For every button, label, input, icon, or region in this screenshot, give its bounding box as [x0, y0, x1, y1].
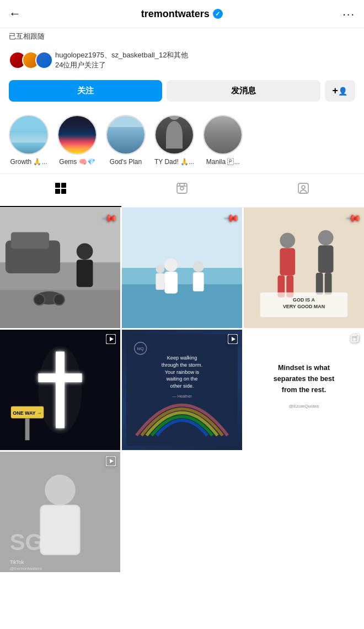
- grid-item-1[interactable]: 📌: [0, 208, 120, 328]
- svg-rect-0: [55, 183, 60, 188]
- svg-rect-32: [280, 249, 295, 276]
- grid-scene-3: GOD IS A VERY GOOD MAN: [244, 208, 364, 328]
- svg-point-69: [45, 475, 75, 505]
- grid-scene-6: Mindset is what separates the best from …: [244, 330, 364, 450]
- header-title-wrap: tremontwaters ✓: [141, 8, 223, 20]
- grid-item-4[interactable]: ONE WAY →: [0, 330, 120, 450]
- grid-item-7[interactable]: SG TikTok @tremontwaters: [0, 452, 120, 572]
- grid-item-3[interactable]: GOD IS A VERY GOOD MAN 📌: [244, 208, 364, 328]
- grid-item-2[interactable]: 📌: [122, 208, 242, 328]
- svg-rect-25: [164, 272, 178, 294]
- grid-scene-5: Keep walking through the storm. Your rai…: [122, 330, 242, 450]
- svg-marker-50: [110, 337, 114, 341]
- svg-text:through the storm.: through the storm.: [162, 362, 202, 368]
- highlight-gods-plan[interactable]: God's Plan: [106, 115, 146, 166]
- highlight-circle-gods-plan: [106, 115, 146, 155]
- svg-rect-23: [122, 284, 242, 328]
- highlight-circle-ty-dad: [154, 115, 194, 155]
- followers-text-line2: 24位用户关注了: [55, 61, 106, 69]
- svg-text:MQ: MQ: [137, 347, 144, 352]
- tab-reels[interactable]: [121, 174, 243, 207]
- svg-text:Keep walking: Keep walking: [167, 355, 197, 361]
- highlight-ty-dad[interactable]: TY Dad! 🙏...: [154, 115, 194, 166]
- svg-point-19: [34, 294, 45, 305]
- svg-marker-76: [110, 459, 114, 463]
- mutual-follow-label: 已互相跟随: [0, 28, 364, 45]
- reel-icon-7: [106, 456, 116, 468]
- follower-avatar-3: [35, 51, 53, 69]
- grid-item-6[interactable]: Mindset is what separates the best from …: [244, 330, 364, 450]
- svg-text:@EzuieQuotes: @EzuieQuotes: [289, 404, 319, 409]
- svg-rect-29: [156, 273, 164, 290]
- svg-rect-45: [38, 374, 82, 383]
- svg-text:ONE WAY →: ONE WAY →: [13, 410, 41, 416]
- followers-text-line1: hugolopez1975、sz_basketball_12和其他: [55, 51, 188, 59]
- message-button[interactable]: 发消息: [167, 80, 320, 102]
- svg-point-24: [164, 259, 178, 272]
- more-options-button[interactable]: ···: [342, 8, 355, 20]
- svg-text:from the rest.: from the rest.: [282, 386, 326, 394]
- svg-rect-2: [55, 189, 60, 194]
- followers-notice: hugolopez1975、sz_basketball_12和其他 24位用户关…: [0, 45, 364, 76]
- followers-text: hugolopez1975、sz_basketball_12和其他 24位用户关…: [55, 50, 188, 70]
- grid-scene-4: ONE WAY →: [0, 330, 120, 450]
- follow-button[interactable]: 关注: [9, 80, 162, 102]
- highlight-growth[interactable]: Growth 🙏...: [9, 115, 49, 166]
- svg-point-26: [193, 261, 204, 272]
- followers-avatars: [9, 51, 49, 69]
- grid-item-5[interactable]: Keep walking through the storm. Your rai…: [122, 330, 242, 450]
- svg-text:separates the best: separates the best: [274, 375, 335, 383]
- svg-text:Mindset is what: Mindset is what: [278, 364, 330, 372]
- svg-text:Your rainbow is: Your rainbow is: [165, 369, 200, 375]
- svg-point-10: [302, 186, 305, 189]
- svg-text:SG: SG: [10, 530, 43, 556]
- svg-rect-36: [318, 246, 334, 273]
- svg-point-31: [280, 233, 295, 249]
- svg-point-20: [53, 294, 65, 305]
- svg-rect-1: [61, 183, 66, 188]
- tagged-icon: [297, 182, 310, 198]
- svg-text:other side.: other side.: [170, 384, 194, 389]
- highlight-label-ty-dad: TY Dad! 🙏...: [154, 158, 194, 166]
- highlight-circle-gems: [57, 115, 97, 155]
- svg-text:TikTok: TikTok: [10, 560, 24, 565]
- svg-point-16: [77, 244, 93, 260]
- svg-text:waiting on the: waiting on the: [166, 377, 198, 382]
- svg-marker-61: [232, 337, 235, 341]
- highlight-label-growth: Growth 🙏...: [10, 158, 47, 166]
- tab-tagged[interactable]: [243, 174, 364, 207]
- highlight-label-gods-plan: God's Plan: [110, 158, 142, 166]
- svg-rect-27: [193, 272, 204, 292]
- grid-scene-2: [122, 208, 242, 328]
- highlight-circle-growth: [9, 115, 49, 155]
- svg-rect-4: [177, 183, 187, 193]
- highlight-gems[interactable]: Gems 🧠💎: [57, 115, 97, 166]
- add-friend-button[interactable]: +👤: [325, 80, 356, 102]
- grid-icon: [54, 182, 67, 198]
- svg-text:VERY GOOD MAN: VERY GOOD MAN: [283, 304, 325, 310]
- highlight-circle-manila: [203, 115, 243, 155]
- svg-text:@tremontwaters: @tremontwaters: [10, 566, 42, 571]
- tab-grid[interactable]: [0, 174, 121, 207]
- svg-rect-12: [0, 284, 120, 328]
- verified-badge: ✓: [213, 9, 223, 19]
- person-silhouette: [166, 121, 183, 149]
- svg-point-35: [318, 230, 334, 246]
- svg-rect-44: [56, 352, 65, 429]
- highlight-manila[interactable]: Manila 🇵...: [203, 115, 243, 166]
- svg-text:GOD IS A: GOD IS A: [293, 298, 315, 303]
- grid-scene-7: SG TikTok @tremontwaters: [0, 452, 120, 572]
- back-button[interactable]: ←: [9, 7, 21, 21]
- svg-rect-3: [61, 189, 66, 194]
- reel-icon-5: [228, 334, 238, 346]
- svg-rect-67: [351, 336, 357, 342]
- photo-grid: 📌 📌: [0, 208, 364, 572]
- highlights-row: Growth 🙏... Gems 🧠💎 God's Plan TY Dad! 🙏…: [0, 109, 364, 173]
- reel-icon-4: [106, 334, 116, 346]
- username-label: tremontwaters: [141, 8, 210, 20]
- grid-scene-1: [0, 208, 120, 328]
- action-buttons: 关注 发消息 +👤: [0, 76, 364, 109]
- svg-rect-17: [77, 260, 93, 288]
- svg-text:— Heather: — Heather: [172, 394, 192, 399]
- profile-header: ← tremontwaters ✓ ···: [0, 0, 364, 28]
